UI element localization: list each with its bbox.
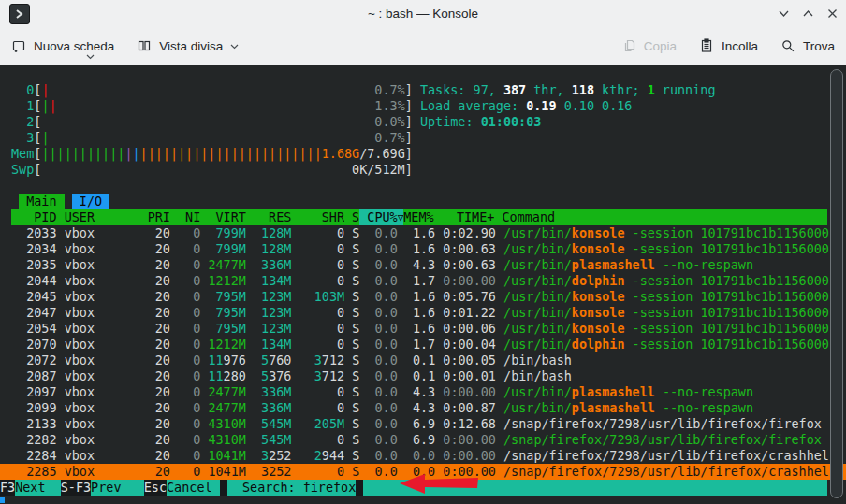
fn-key-esc[interactable]: Esc xyxy=(144,480,167,496)
process-row-2035[interactable]: 2035 vbox 20 0 2477M 336M 0 S 0.0 4.3 0:… xyxy=(0,257,846,273)
fn-key-s-f3[interactable]: S-F3 xyxy=(61,480,91,496)
search-cursor xyxy=(356,480,363,496)
paste-button[interactable]: Incolla xyxy=(697,35,760,57)
window-title: ~ : bash — Konsole xyxy=(0,7,846,21)
konsole-app-icon xyxy=(9,4,30,24)
konsole-window: ~ : bash — Konsole Nuova scheda Vista di… xyxy=(0,0,846,504)
fn-key-f3[interactable]: F3 xyxy=(0,480,15,496)
process-row-2099[interactable]: 2099 vbox 20 0 2477M 336M 0 S 0.0 4.3 0:… xyxy=(0,400,846,416)
process-row-2033[interactable]: 2033 vbox 20 0 799M 128M 0 S 0.0 1.6 0:0… xyxy=(0,225,846,241)
process-row-2047[interactable]: 2047 vbox 20 0 795M 123M 0 S 0.0 1.6 0:0… xyxy=(0,305,846,321)
find-label: Trova xyxy=(803,39,835,53)
search-input[interactable]: Search: firefox xyxy=(227,480,357,496)
split-view-button[interactable]: Vista divisa xyxy=(135,35,241,57)
new-tab-label: Nuova scheda xyxy=(34,39,114,53)
process-row-2034[interactable]: 2034 vbox 20 0 799M 128M 0 S 0.0 1.6 0:0… xyxy=(0,241,846,257)
process-row-2087[interactable]: 2087 vbox 20 0 11280 5376 3712 S 0.0 0.1… xyxy=(0,368,846,384)
copy-icon xyxy=(621,38,636,53)
process-row-2284[interactable]: 2284 vbox 20 0 1041M 3252 2944 S 0.0 0.0… xyxy=(0,448,846,464)
fn-label[interactable]: Cancel xyxy=(167,480,220,496)
meter-cpu2: 2[ 0.0%] Uptime: 01:00:03 xyxy=(0,114,846,130)
close-icon[interactable] xyxy=(826,7,839,20)
meter-swp: Swp[ 0K/512M] xyxy=(0,162,846,178)
meter-mem: Mem[||||||||||||||||||||||||||||||||||||… xyxy=(0,146,846,162)
meter-cpu3: 3[| 0.7%] xyxy=(0,130,846,146)
annotation-arrow xyxy=(394,471,483,497)
chevron-down-icon xyxy=(86,52,95,61)
fn-label[interactable]: Prev xyxy=(91,480,144,496)
htop-tabs: Main I/O xyxy=(0,194,846,209)
copy-button: Copia xyxy=(620,35,678,57)
split-view-icon xyxy=(137,38,152,53)
process-table-header[interactable]: PID USER PRI NI VIRT RES SHR S CPU%▽MEM%… xyxy=(0,209,846,225)
find-button[interactable]: Trova xyxy=(779,35,837,57)
new-tab-icon xyxy=(11,38,26,53)
corner-marker xyxy=(0,497,5,503)
blank-line xyxy=(0,178,846,194)
tab-main[interactable]: Main xyxy=(19,194,65,209)
split-view-label: Vista divisa xyxy=(159,39,223,53)
tab-io[interactable]: I/O xyxy=(72,194,109,209)
process-row-2133[interactable]: 2133 vbox 20 0 4310M 545M 205M S 0.0 6.9… xyxy=(0,416,846,432)
chevron-down-icon xyxy=(230,42,239,50)
htop-screen: 0[| 0.7%] Tasks: 97, 387 thr, 118 kthr; … xyxy=(0,82,846,496)
process-row-2054[interactable]: 2054 vbox 20 0 795M 123M 0 S 0.0 1.6 0:0… xyxy=(0,321,846,337)
process-row-2070[interactable]: 2070 vbox 20 0 1212M 134M 0 S 0.0 1.7 0:… xyxy=(0,337,846,353)
maximize-icon[interactable] xyxy=(802,7,814,20)
toolbar: Nuova scheda Vista divisa Copia Incol xyxy=(0,26,846,65)
fn-label[interactable]: Next xyxy=(15,480,61,496)
meter-cpu1: 1[|| 1.3%] Load average: 0.19 0.10 0.16 xyxy=(0,98,846,114)
process-row-2045[interactable]: 2045 vbox 20 0 795M 123M 103M S 0.0 1.6 … xyxy=(0,289,846,305)
new-tab-button[interactable]: Nuova scheda xyxy=(9,35,116,57)
copy-label: Copia xyxy=(644,39,677,53)
titlebar: ~ : bash — Konsole xyxy=(0,0,846,26)
terminal-area[interactable]: 0[| 0.7%] Tasks: 97, 387 thr, 118 kthr; … xyxy=(0,65,846,504)
process-row-2282[interactable]: 2282 vbox 20 0 4310M 545M 0 S 0.0 6.9 0:… xyxy=(0,432,846,448)
paste-icon xyxy=(699,38,714,53)
paste-label: Incolla xyxy=(722,39,758,53)
meter-cpu0: 0[| 0.7%] Tasks: 97, 387 thr, 118 kthr; … xyxy=(0,82,846,98)
process-row-2072[interactable]: 2072 vbox 20 0 11976 5760 3712 S 0.0 0.1… xyxy=(0,353,846,368)
search-icon xyxy=(780,38,795,53)
scrollbar[interactable] xyxy=(830,69,843,498)
minimize-icon[interactable] xyxy=(778,7,790,20)
process-row-2097[interactable]: 2097 vbox 20 0 2477M 336M 0 S 0.0 4.3 0:… xyxy=(0,384,846,400)
process-row-2044[interactable]: 2044 vbox 20 0 1212M 134M 0 S 0.0 1.7 0:… xyxy=(0,273,846,289)
